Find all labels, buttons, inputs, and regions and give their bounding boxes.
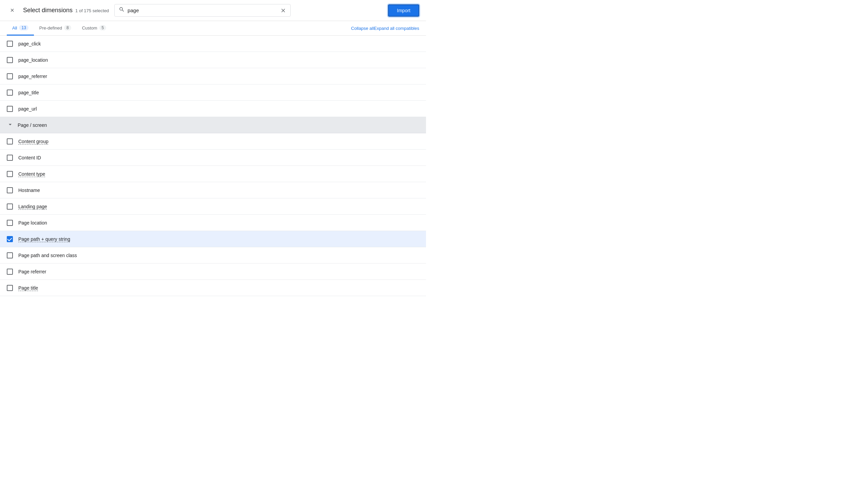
checkbox-page-referrer[interactable] [7,73,13,79]
item-label-page-click: page_click [18,41,41,47]
item-label-content-group: Content group [18,139,49,144]
expand-all-link[interactable]: Expand all compatibles [374,26,419,31]
collapse-all-link[interactable]: Collapse all [351,26,374,31]
tab-all-badge: 13 [19,25,28,31]
group-header-page-screen[interactable]: Page / screen [0,117,426,133]
item-label-page-referrer: page_referrer [18,74,47,79]
checkbox-page-path-screen[interactable] [7,252,13,258]
checkbox-page-path-query[interactable] [7,236,13,242]
item-label-page-title: Page title [18,285,38,291]
search-box [114,4,291,17]
checkbox-page-location-group[interactable] [7,220,13,226]
checkbox-content-id[interactable] [7,155,13,161]
list-item[interactable]: Page referrer [0,264,426,280]
list-item[interactable]: page_location [0,52,426,68]
search-input[interactable] [128,7,277,13]
item-label-page-location-group: Page location [18,220,47,226]
list-item[interactable]: page_referrer [0,68,426,85]
list-item[interactable]: Page location [0,215,426,231]
tabs-row: All 13 Pre-defined 8 Custom 5 Collapse a… [0,21,426,36]
tab-all-label: All [12,25,17,31]
checkbox-page-title[interactable] [7,285,13,291]
list-item[interactable]: page_click [0,36,426,52]
header: × Select dimensions 1 of 175 selected Im… [0,0,426,21]
list-item[interactable]: Landing page [0,198,426,215]
import-button[interactable]: Import [388,4,419,17]
checkbox-content-type[interactable] [7,171,13,177]
item-label-page-title-raw: page_title [18,90,39,95]
tab-custom-label: Custom [82,25,97,31]
tab-custom-badge: 5 [99,25,107,31]
list-item[interactable]: Content type [0,166,426,182]
tab-predefined[interactable]: Pre-defined 8 [34,21,77,36]
item-label-landing-page: Landing page [18,204,47,209]
list-item[interactable]: Content ID [0,149,426,166]
item-label-page-path-screen: Page path and screen class [18,253,77,258]
list-item-selected[interactable]: Page path + query string [0,231,426,247]
chevron-down-icon [7,121,14,129]
list-item[interactable]: Page path and screen class [0,247,426,264]
item-label-page-path-query: Page path + query string [18,236,70,242]
checkbox-hostname[interactable] [7,187,13,193]
search-icon [119,6,125,14]
tab-all[interactable]: All 13 [7,21,34,36]
tab-predefined-badge: 8 [64,25,71,31]
group-label: Page / screen [18,123,47,128]
tab-predefined-label: Pre-defined [39,25,62,31]
item-label-content-id: Content ID [18,155,41,160]
item-label-hostname: Hostname [18,187,40,193]
item-label-content-type: Content type [18,171,45,177]
close-button[interactable]: × [7,5,18,16]
checkbox-page-location[interactable] [7,57,13,63]
list-item[interactable]: Page title [0,280,426,296]
list-item[interactable]: Hostname [0,182,426,198]
item-label-page-url: page_url [18,106,37,112]
item-label-page-referrer-group: Page referrer [18,269,46,274]
item-label-page-location: page_location [18,57,48,63]
list-item[interactable]: page_title [0,85,426,101]
checkbox-page-title-raw[interactable] [7,90,13,96]
checkbox-page-url[interactable] [7,106,13,112]
list-item[interactable]: page_url [0,101,426,117]
checkbox-landing-page[interactable] [7,203,13,210]
tab-custom[interactable]: Custom 5 [77,21,112,36]
dialog-title: Select dimensions [23,7,73,14]
selection-count: 1 of 175 selected [75,8,109,13]
checkbox-page-click[interactable] [7,41,13,47]
clear-search-button[interactable] [280,7,286,14]
dimensions-list: page_click page_location page_referrer p… [0,36,426,296]
header-title: Select dimensions 1 of 175 selected [23,7,109,14]
checkbox-page-referrer-group[interactable] [7,269,13,275]
list-item[interactable]: Content group [0,133,426,149]
checkbox-content-group[interactable] [7,138,13,144]
